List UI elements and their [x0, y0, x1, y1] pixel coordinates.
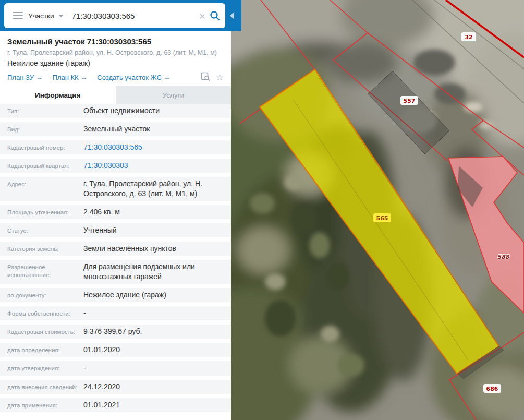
header-icons: ☆ — [201, 72, 224, 83]
info-row-cadastral-value: Кадастровая стоимость: 9 376 399,67 руб. — [0, 325, 231, 339]
info-row-status: Статус: Учтенный — [0, 223, 231, 237]
info-row-type: Тип: Объект недвижимости — [0, 104, 231, 118]
object-actions: План ЗУ → План КК → Создать участок ЖС →… — [7, 72, 224, 83]
object-purpose: Нежилое здание (гараж) — [7, 59, 224, 67]
menu-icon[interactable] — [13, 12, 23, 19]
page-title: Земельный участок 71:30:030303:565 — [7, 37, 224, 46]
info-row-land-category: Категория земель: Земли населённых пункт… — [0, 242, 231, 256]
info-row-application-date: дата применения: 01.01.2021 — [0, 398, 231, 412]
svg-text:32: 32 — [465, 34, 472, 41]
object-address: г. Тула, Пролетарский район, ул. Н. Остр… — [7, 49, 224, 56]
info-row-kind: Вид: Земельный участок — [0, 122, 231, 136]
info-row-address: Адрес: г. Тула, Пролетарский район, ул. … — [0, 177, 231, 201]
svg-text:686: 686 — [486, 386, 498, 392]
svg-text:557: 557 — [404, 98, 416, 104]
search-input[interactable] — [71, 11, 195, 21]
plan-zu-link[interactable]: План ЗУ → — [7, 74, 43, 81]
cadastral-number-link[interactable]: 71:30:030303:565 — [83, 142, 142, 152]
info-row-approval-date: дата утверждения: - — [0, 361, 231, 375]
info-rows: Тип: Объект недвижимости Вид: Земельный … — [0, 104, 231, 412]
map-label-686: 686 — [483, 384, 501, 393]
search-box: Участки × — [4, 3, 225, 28]
info-row-area: Площадь уточненная: 2 406 кв. м — [0, 205, 231, 219]
svg-text:588: 588 — [497, 254, 510, 260]
search-icon[interactable] — [210, 10, 220, 21]
info-row-cadastral-quarter: Кадастровый квартал: 71:30:030303 — [0, 159, 231, 173]
tab-information[interactable]: Информация — [0, 86, 116, 104]
create-zhs-link[interactable]: Создать участок ЖС → — [97, 74, 170, 81]
svg-text:565: 565 — [376, 215, 388, 222]
satellite-map[interactable]: 32 557 565 588 686 — [231, 0, 524, 420]
info-row-entry-date: дата внесения сведений: 24.12.2020 — [0, 380, 231, 394]
map-label-32: 32 — [461, 32, 476, 41]
info-row-ownership-form: Форма собственности: - — [0, 306, 231, 320]
collapse-panel-icon[interactable] — [230, 12, 234, 19]
top-search-bar: Участки × — [0, 0, 241, 31]
search-category-select[interactable]: Участки — [28, 12, 54, 20]
panel-tabs: Информация Услуги — [0, 86, 231, 104]
info-row-permitted-use: Разрешенное использование: Для размещени… — [0, 260, 231, 284]
doc-search-icon[interactable] — [201, 72, 211, 83]
clear-icon[interactable]: × — [199, 10, 205, 21]
object-header: Земельный участок 71:30:030303:565 г. Ту… — [0, 31, 231, 86]
cadastral-quarter-link[interactable]: 71:30:030303 — [83, 161, 128, 171]
plan-kk-link[interactable]: План КК → — [53, 74, 88, 81]
map-canvas[interactable]: 32 557 565 588 686 — [231, 0, 524, 420]
chevron-down-icon[interactable] — [58, 15, 64, 17]
info-row-cadastral-number: Кадастровый номер: 71:30:030303:565 — [0, 140, 231, 154]
object-info-panel: Земельный участок 71:30:030303:565 г. Ту… — [0, 31, 231, 420]
cadastral-map-app: 32 557 565 588 686 — [0, 0, 524, 420]
map-label-565: 565 — [373, 213, 391, 222]
info-row-determination-date: дата определения: 01.01.2020 — [0, 343, 231, 357]
tab-services[interactable]: Услуги — [116, 86, 231, 104]
star-icon[interactable]: ☆ — [216, 73, 224, 82]
map-label-557: 557 — [400, 96, 418, 105]
map-label-588: 588 — [497, 254, 510, 260]
info-row-by-document: по документу: Нежилое здание (гараж) — [0, 288, 231, 302]
